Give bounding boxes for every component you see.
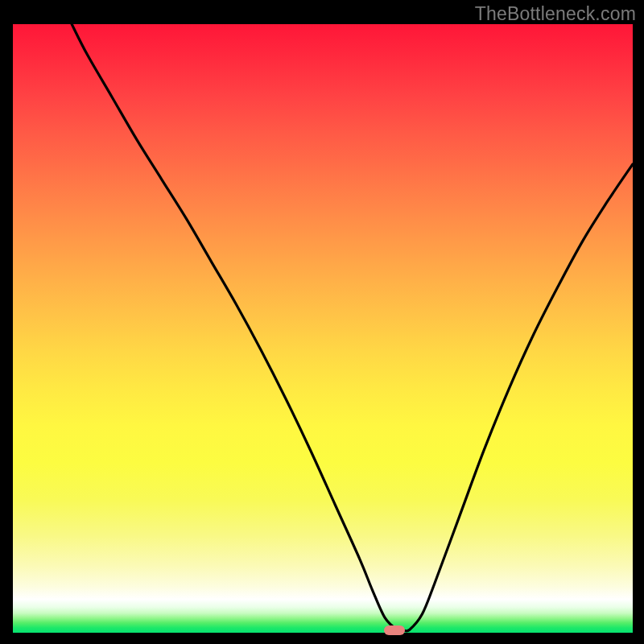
- chart-frame: TheBottleneck.com: [0, 0, 644, 644]
- watermark-text: TheBottleneck.com: [475, 3, 636, 25]
- optimal-point-marker: [384, 625, 405, 635]
- plot-area: [13, 24, 633, 633]
- bottleneck-curve: [13, 24, 633, 633]
